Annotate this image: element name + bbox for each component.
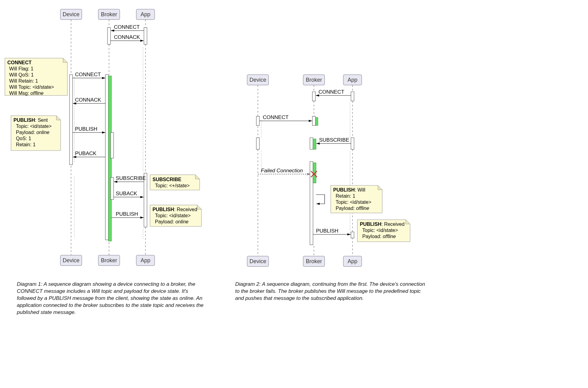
- actor-broker-bottom: Broker: [98, 255, 120, 266]
- svg-text:Will Topic: <id/state>: Will Topic: <id/state>: [9, 84, 54, 90]
- svg-text:SUBSCRIBE: SUBSCRIBE: [153, 177, 182, 182]
- svg-text:PUBLISH: Will: PUBLISH: Will: [333, 187, 365, 192]
- actor-device-top: Device: [60, 9, 82, 20]
- actor-broker-top: Broker: [98, 9, 120, 20]
- svg-rect-85: [312, 92, 315, 101]
- svg-text:App: App: [141, 11, 150, 17]
- svg-rect-97: [351, 138, 354, 149]
- svg-rect-100: [310, 162, 313, 245]
- svg-text:SUBACK: SUBACK: [116, 191, 138, 196]
- svg-text:Device: Device: [249, 258, 266, 264]
- note-publish-received-d2: PUBLISH: Received Topic: <id/state> Payl…: [357, 220, 410, 242]
- note-publish-will: PUBLISH: Will Retain: 1 Topic: <id/state…: [331, 185, 382, 213]
- svg-rect-24: [70, 75, 73, 165]
- svg-text:CONNECT: CONNECT: [318, 89, 344, 95]
- svg-text:PUBLISH: Sent: PUBLISH: Sent: [13, 118, 48, 123]
- svg-rect-108: [351, 232, 354, 238]
- svg-text:PUBACK: PUBACK: [75, 151, 97, 156]
- svg-rect-89: [256, 116, 259, 125]
- svg-text:Topic: <+/state>: Topic: <+/state>: [155, 183, 190, 188]
- svg-text:Broker: Broker: [306, 77, 322, 83]
- actor-app-bottom: App: [136, 255, 155, 266]
- note-connect: CONNECT Will Flag: 1 Will QoS: 1 Will Re…: [5, 58, 67, 96]
- svg-text:PUBLISH: PUBLISH: [75, 126, 97, 132]
- d2-actor-broker-top: Broker: [303, 75, 325, 85]
- svg-text:Payload: online: Payload: online: [155, 219, 189, 224]
- d2-actor-broker-bottom: Broker: [303, 256, 325, 267]
- svg-text:App: App: [348, 258, 357, 264]
- svg-rect-86: [351, 92, 354, 101]
- svg-text:Topic: <id/state>: Topic: <id/state>: [16, 124, 52, 129]
- svg-text:Topic: <id/state>: Topic: <id/state>: [336, 200, 371, 205]
- svg-text:App: App: [141, 257, 150, 263]
- svg-text:CONNACK: CONNACK: [75, 97, 101, 103]
- svg-text:Retain: 1: Retain: 1: [336, 193, 355, 199]
- svg-text:App: App: [348, 77, 357, 83]
- svg-text:PUBLISH: Received: PUBLISH: Received: [153, 207, 197, 212]
- caption-diagram-1: Diagram 1: A sequence diagram showing a …: [17, 281, 207, 316]
- svg-text:Payload: offline: Payload: offline: [362, 234, 396, 239]
- caption-diagram-2: Diagram 2: A sequence diagram, continuin…: [235, 281, 425, 302]
- svg-rect-96: [313, 139, 316, 149]
- d2-actor-app-bottom: App: [343, 256, 362, 267]
- svg-text:SUBSCRIBE: SUBSCRIBE: [116, 175, 146, 181]
- svg-text:CONNECT: CONNECT: [114, 24, 140, 30]
- d2-actor-device-bottom: Device: [247, 256, 269, 267]
- svg-text:Will QoS: 1: Will QoS: 1: [9, 72, 34, 77]
- svg-text:Device: Device: [62, 257, 79, 263]
- svg-text:CONNECT: CONNECT: [75, 72, 101, 77]
- svg-text:Will Msg: offline: Will Msg: offline: [9, 91, 43, 96]
- note-publish-received-d1: PUBLISH: Received Topic: <id/state> Payl…: [150, 205, 202, 226]
- svg-text:Topic: <id/state>: Topic: <id/state>: [362, 228, 398, 233]
- diagram-2: Device Broker App CONNECT: [247, 75, 410, 267]
- svg-rect-90: [312, 116, 315, 125]
- svg-text:SUBSCRIBE: SUBSCRIBE: [319, 137, 349, 143]
- svg-text:CONNACK: CONNACK: [114, 34, 140, 40]
- svg-text:PUBLISH: Received: PUBLISH: Received: [360, 222, 405, 227]
- svg-text:PUBLISH: PUBLISH: [116, 211, 138, 217]
- svg-rect-37: [111, 177, 114, 200]
- svg-rect-19: [144, 28, 147, 44]
- svg-text:Broker: Broker: [306, 258, 322, 264]
- actor-device-bottom: Device: [60, 255, 82, 266]
- diagram-1: Device Broker App CONNECT: [5, 9, 202, 266]
- d2-actor-device-top: Device: [247, 75, 269, 85]
- svg-text:PUBLISH: PUBLISH: [316, 228, 338, 234]
- note-subscribe: SUBSCRIBE Topic: <+/state>: [150, 175, 200, 190]
- svg-text:CONNECT: CONNECT: [7, 60, 32, 65]
- svg-rect-26: [108, 76, 111, 241]
- svg-text:Device: Device: [62, 11, 79, 17]
- svg-text:Will Flag: 1: Will Flag: 1: [9, 66, 33, 71]
- svg-rect-95: [310, 138, 313, 149]
- note-publish-sent: PUBLISH: Sent Topic: <id/state> Payload:…: [11, 116, 61, 151]
- actor-app-top: App: [136, 9, 155, 20]
- svg-text:Retain: 1: Retain: 1: [16, 142, 36, 147]
- svg-text:Broker: Broker: [101, 11, 117, 17]
- svg-rect-94: [256, 138, 259, 149]
- svg-text:Payload: online: Payload: online: [16, 130, 50, 135]
- svg-text:CONNECT: CONNECT: [263, 114, 288, 120]
- svg-rect-33: [111, 132, 114, 158]
- d2-actor-app-top: App: [343, 75, 362, 85]
- diagrams-svg: Device Broker App CONNECT: [0, 0, 588, 388]
- svg-rect-25: [105, 75, 108, 240]
- svg-rect-18: [107, 28, 111, 44]
- svg-rect-36: [144, 173, 147, 227]
- sequence-diagrams: Device Broker App CONNECT: [0, 0, 588, 388]
- svg-text:Payload: offline: Payload: offline: [336, 206, 369, 211]
- svg-text:Topic: <id/state>: Topic: <id/state>: [155, 213, 191, 218]
- svg-text:Device: Device: [249, 77, 266, 83]
- svg-text:QoS: 1: QoS: 1: [16, 136, 31, 141]
- svg-text:Failed Connection: Failed Connection: [261, 168, 303, 173]
- svg-text:Broker: Broker: [101, 257, 117, 263]
- svg-rect-91: [315, 118, 318, 125]
- svg-text:Will Retain: 1: Will Retain: 1: [9, 78, 38, 84]
